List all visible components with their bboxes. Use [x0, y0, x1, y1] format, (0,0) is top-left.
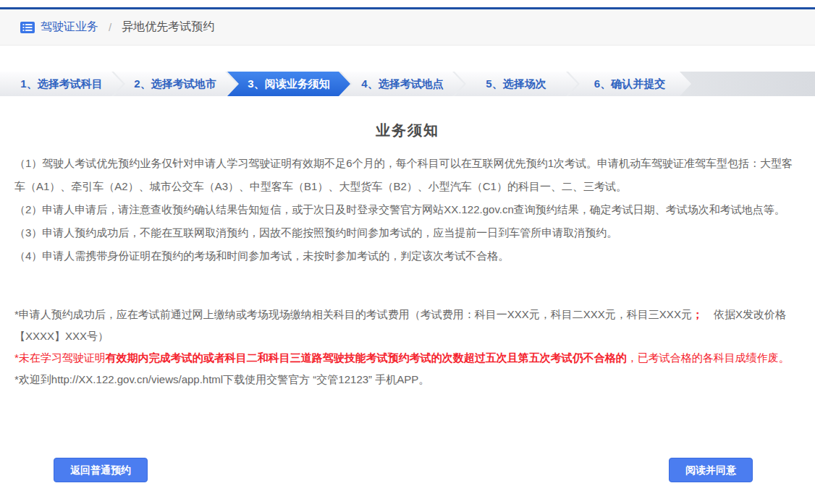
notice-content: 业务须知 （1）驾驶人考试优先预约业务仅针对申请人学习驾驶证明有效期不足6个月的… [0, 121, 815, 390]
step-2[interactable]: 2、选择考试地市 [114, 72, 237, 96]
read-and-agree-button[interactable]: 阅读并同意 [669, 458, 753, 482]
app-download-note: *欢迎到http://XX.122.gov.cn/views/app.html下… [0, 369, 815, 390]
step-5[interactable]: 5、选择场次 [455, 72, 578, 96]
fee-note-text: *申请人预约成功后，应在考试前通过网上缴纳或考场现场缴纳相关科目的考试费用（考试… [14, 308, 692, 320]
list-icon [20, 22, 35, 33]
notice-paragraph-4: （4）申请人需携带身份证明在预约的考场和时间参加考试，未按时参加考试的，判定该次… [0, 244, 815, 268]
notice-paragraphs: （1）驾驶人考试优先预约业务仅针对申请人学习驾驶证明有效期不足6个月的，每个科目… [0, 152, 815, 268]
fee-note-doc-number: 【XXXX】XXX号） [0, 325, 815, 347]
red-warning-emphasis: 有效期内完成考试的或者科目二和科目三道路驾驶技能考试预约考试的次数超过五次且第五… [106, 351, 627, 364]
red-warning-prefix: *未在学习驾驶证明 [14, 351, 106, 364]
step-4[interactable]: 4、选择考试地点 [341, 72, 464, 96]
fee-note: *申请人预约成功后，应在考试前通过网上缴纳或考场现场缴纳相关科目的考试费用（考试… [0, 304, 815, 325]
step-bar-filler [691, 72, 815, 96]
breadcrumb-current: 异地优先考试预约 [122, 20, 214, 35]
notice-paragraph-1: （1）驾驶人考试优先预约业务仅针对申请人学习驾驶证明有效期不足6个月的，每个科目… [0, 152, 815, 198]
back-to-normal-booking-button[interactable]: 返回普通预约 [54, 458, 148, 482]
step-3[interactable]: 3、阅读业务须知 [227, 72, 350, 96]
footer-actions: 返回普通预约 阅读并同意 [0, 458, 815, 482]
notice-paragraph-2: （2）申请人申请后，请注意查收预约确认结果告知短信，或于次日及时登录交警官方网站… [0, 198, 815, 221]
red-warning-note: *未在学习驾驶证明有效期内完成考试的或者科目二和科目三道路驾驶技能考试预约考试的… [0, 347, 815, 369]
step-6[interactable]: 6、确认并提交 [568, 72, 691, 96]
notice-paragraph-3: （3）申请人预约成功后，不能在互联网取消预约，因故不能按照预约时间参加考试的，应… [0, 221, 815, 244]
red-warning-suffix: ，已考试合格的各科目成绩作废。 [627, 351, 790, 364]
fee-note-red-semicolon: ； [692, 308, 703, 320]
step-wizard: 1、选择考试科目 2、选择考试地市 3、阅读业务须知 4、选择考试地点 5、选择… [0, 72, 815, 96]
breadcrumb: 驾驶证业务 / 异地优先考试预约 [0, 9, 815, 46]
top-margin [0, 0, 815, 7]
breadcrumb-section[interactable]: 驾驶证业务 [41, 20, 98, 35]
fee-note-basis: 依据X发改价格 [703, 308, 786, 320]
notice-notes: *申请人预约成功后，应在考试前通过网上缴纳或考场现场缴纳相关科目的考试费用（考试… [0, 304, 815, 390]
page: 驾驶证业务 / 异地优先考试预约 1、选择考试科目 2、选择考试地市 3、阅读业… [0, 0, 815, 504]
page-title: 业务须知 [0, 121, 815, 140]
breadcrumb-separator: / [109, 21, 111, 33]
step-1[interactable]: 1、选择考试科目 [0, 72, 123, 96]
